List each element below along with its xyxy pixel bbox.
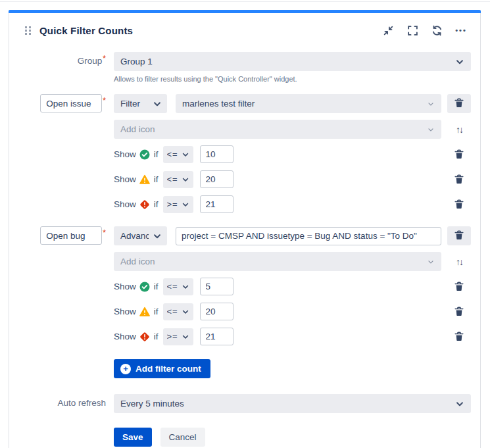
- chevron-down-icon: [182, 151, 189, 159]
- delete-threshold-button[interactable]: [453, 330, 465, 343]
- threshold-row: Show if <=: [9, 278, 471, 295]
- auto-refresh-label: Auto refresh: [57, 398, 106, 408]
- widget-title: Quick Filter Counts: [39, 25, 133, 36]
- operator-select[interactable]: >=: [163, 196, 193, 213]
- group-select[interactable]: Group 1: [114, 52, 471, 71]
- threshold-row: Show if <=: [9, 145, 471, 163]
- delete-threshold-button[interactable]: [453, 148, 465, 161]
- filter-row: * Filter marlenes test filter: [9, 94, 471, 113]
- operator-select[interactable]: <=: [163, 303, 193, 320]
- reorder-icon[interactable]: ↑↓: [456, 124, 462, 135]
- chevron-down-icon: [427, 258, 435, 266]
- threshold-row: Show if <=: [9, 170, 471, 188]
- threshold-value-input[interactable]: [200, 278, 233, 295]
- add-filter-row: + Add filter count: [9, 353, 471, 387]
- filter-type-select[interactable]: Filter: [114, 94, 167, 113]
- filter-row: * Advanced: [9, 226, 471, 245]
- chevron-down-icon: [182, 333, 189, 341]
- reorder-icon[interactable]: ↑↓: [456, 257, 462, 267]
- actions-row: Save Cancel: [9, 420, 471, 447]
- header-actions: •••: [382, 24, 467, 36]
- operator-select[interactable]: <=: [163, 146, 193, 163]
- filter-name-input[interactable]: [40, 226, 102, 245]
- show-label: Show: [114, 307, 136, 316]
- if-label: if: [154, 199, 159, 209]
- warning-icon: [139, 307, 150, 317]
- add-filter-count-button[interactable]: + Add filter count: [114, 359, 210, 378]
- threshold-value-input[interactable]: [200, 145, 233, 163]
- save-button[interactable]: Save: [114, 428, 152, 447]
- if-label: if: [154, 332, 159, 341]
- success-icon: [139, 149, 150, 160]
- delete-filter-button[interactable]: [447, 94, 471, 113]
- auto-refresh-select[interactable]: Every 5 minutes: [114, 394, 471, 413]
- trash-icon: [454, 230, 464, 242]
- chevron-down-icon: [182, 201, 189, 209]
- more-options-icon[interactable]: •••: [455, 24, 467, 36]
- operator-select[interactable]: <=: [163, 278, 193, 295]
- required-asterisk: *: [103, 54, 106, 63]
- chevron-down-icon: [427, 100, 435, 108]
- required-asterisk: *: [103, 228, 106, 237]
- plus-icon: +: [120, 364, 131, 374]
- delete-threshold-button[interactable]: [453, 198, 465, 211]
- group-help-row: Allows to filter results using the "Quic…: [9, 78, 471, 94]
- filter-value-select[interactable]: marlenes test filter: [176, 94, 441, 113]
- threshold-value-input[interactable]: [200, 303, 233, 320]
- drag-handle-icon[interactable]: [25, 26, 31, 35]
- page-divider: [0, 1, 490, 2]
- threshold-row: Show if >=: [9, 328, 471, 345]
- if-label: if: [154, 149, 159, 159]
- group-help-text: Allows to filter results using the "Quic…: [114, 75, 297, 83]
- add-icon-select[interactable]: Add icon: [114, 120, 441, 139]
- chevron-down-icon: [427, 126, 435, 134]
- threshold-value-input[interactable]: [200, 328, 233, 345]
- operator-select[interactable]: <=: [163, 171, 193, 188]
- fullscreen-icon[interactable]: [406, 24, 418, 36]
- filter-name-input[interactable]: [40, 94, 102, 112]
- group-label-cell: Group*: [9, 52, 106, 66]
- add-icon-row: Add icon ↑↓: [9, 120, 471, 139]
- threshold-value-input[interactable]: [200, 195, 233, 213]
- chevron-down-icon: [182, 308, 189, 316]
- operator-select[interactable]: >=: [163, 328, 193, 345]
- threshold-row: Show if >=: [9, 195, 471, 213]
- cancel-button[interactable]: Cancel: [160, 428, 205, 447]
- widget-config-form: Group* Group 1 Allows to filter results …: [9, 52, 480, 447]
- quick-filter-counts-widget: Quick Filter Counts ••• Group* Group 1: [9, 10, 481, 448]
- chevron-down-icon: [153, 99, 162, 109]
- show-label: Show: [114, 282, 136, 291]
- delete-filter-button[interactable]: [447, 226, 471, 245]
- group-label: Group: [78, 56, 103, 66]
- auto-refresh-row: Auto refresh Every 5 minutes: [9, 394, 471, 413]
- chevron-down-icon: [455, 399, 464, 409]
- add-icon-select[interactable]: Add icon: [114, 252, 441, 271]
- widget-header: Quick Filter Counts •••: [9, 13, 480, 36]
- threshold-row: Show if <=: [9, 303, 471, 320]
- error-icon: [139, 332, 150, 342]
- success-icon: [139, 282, 150, 292]
- error-icon: [139, 199, 150, 210]
- if-label: if: [154, 307, 159, 316]
- warning-icon: [139, 174, 150, 185]
- chevron-down-icon: [182, 176, 189, 184]
- show-label: Show: [114, 174, 136, 184]
- filter-type-select[interactable]: Advanced: [114, 226, 167, 245]
- delete-threshold-button[interactable]: [453, 173, 465, 186]
- refresh-icon[interactable]: [431, 24, 443, 36]
- add-icon-row: Add icon ↑↓: [9, 252, 471, 271]
- jql-input[interactable]: [176, 227, 441, 245]
- delete-threshold-button[interactable]: [453, 305, 465, 318]
- show-label: Show: [114, 149, 136, 159]
- group-row: Group* Group 1: [9, 52, 471, 71]
- chevron-down-icon: [182, 283, 189, 291]
- show-label: Show: [114, 332, 136, 341]
- if-label: if: [154, 282, 159, 291]
- threshold-value-input[interactable]: [200, 170, 233, 188]
- if-label: if: [154, 174, 159, 184]
- required-asterisk: *: [103, 96, 106, 105]
- chevron-down-icon: [153, 232, 162, 241]
- show-label: Show: [114, 199, 136, 209]
- minimize-icon[interactable]: [382, 24, 394, 36]
- delete-threshold-button[interactable]: [453, 280, 465, 293]
